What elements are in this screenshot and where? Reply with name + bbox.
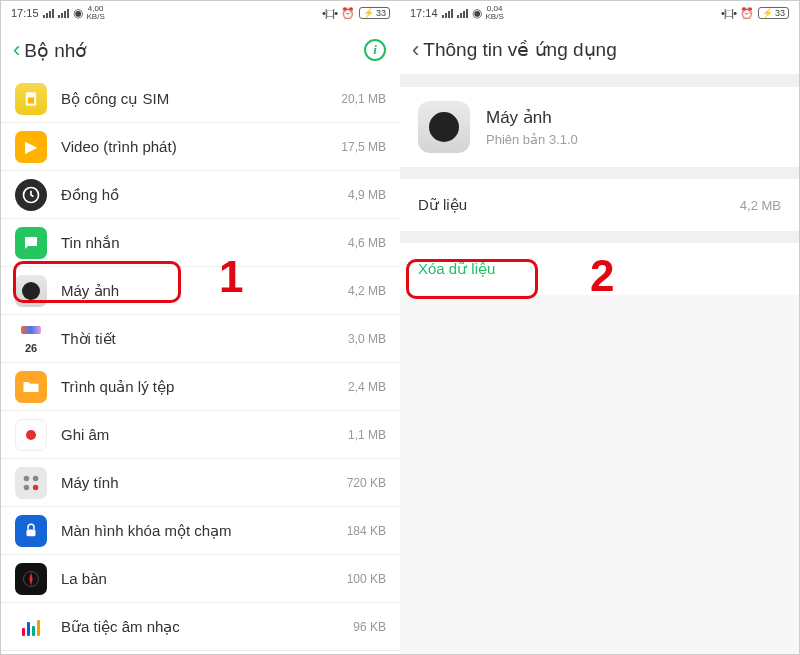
- svg-point-5: [24, 484, 30, 490]
- app-row-clock[interactable]: Đồng hồ4,9 MB: [1, 171, 400, 219]
- camera-icon: [15, 275, 47, 307]
- app-row-sim[interactable]: Bộ công cụ SIM20,1 MB: [1, 75, 400, 123]
- signal-icon: [442, 8, 453, 18]
- svg-rect-7: [27, 529, 36, 536]
- app-row-video[interactable]: ▶Video (trình phát)17,5 MB: [1, 123, 400, 171]
- music-icon: [15, 611, 47, 643]
- calc-icon: [15, 467, 47, 499]
- alarm-icon: ⏰: [341, 7, 355, 20]
- app-row-lock[interactable]: Màn hình khóa một chạm184 KB: [1, 507, 400, 555]
- battery-indicator: ⚡33: [758, 7, 789, 19]
- app-name: Ghi âm: [61, 426, 348, 443]
- app-row-music[interactable]: Bữa tiệc âm nhạc96 KB: [1, 603, 400, 651]
- app-size: 1,1 MB: [348, 428, 386, 442]
- annotation-step-1: 1: [219, 252, 243, 302]
- vibrate-icon: •|□|•: [721, 7, 736, 19]
- status-time: 17:15: [11, 7, 39, 19]
- app-name: Tin nhắn: [61, 234, 348, 252]
- status-bar: 17:14 ◉ 0,04 KB/S •|□|• ⏰ ⚡33: [400, 1, 799, 25]
- app-size: 2,4 MB: [348, 380, 386, 394]
- wifi-icon: ◉: [472, 6, 482, 20]
- app-size: 17,5 MB: [341, 140, 386, 154]
- back-icon[interactable]: ‹: [412, 37, 419, 63]
- app-size: 720 KB: [347, 476, 386, 490]
- app-size: 4,6 MB: [348, 236, 386, 250]
- app-name: Thời tiết: [61, 330, 348, 348]
- info-icon[interactable]: i: [364, 39, 386, 61]
- svg-point-6: [33, 484, 39, 490]
- app-size: 20,1 MB: [341, 92, 386, 106]
- sim-icon: [15, 83, 47, 115]
- page-title: Thông tin về ứng dụng: [423, 38, 616, 61]
- msg-icon: [15, 227, 47, 259]
- app-name: Bộ công cụ SIM: [61, 90, 341, 108]
- net-speed: 4,00 KB/S: [87, 5, 105, 21]
- app-name: Trình quản lý tệp: [61, 378, 348, 396]
- app-size: 184 KB: [347, 524, 386, 538]
- app-row-rec[interactable]: Ghi âm1,1 MB: [1, 411, 400, 459]
- status-time: 17:14: [410, 7, 438, 19]
- lock-icon: [15, 515, 47, 547]
- app-size: 3,0 MB: [348, 332, 386, 346]
- app-row-camera[interactable]: Máy ảnh4,2 MB: [1, 267, 400, 315]
- app-size: 4,2 MB: [348, 284, 386, 298]
- app-name: Màn hình khóa một chạm: [61, 522, 347, 540]
- data-label: Dữ liệu: [418, 196, 467, 214]
- svg-point-3: [24, 475, 30, 481]
- clear-data-label: Xóa dữ liệu: [418, 260, 495, 278]
- status-bar: 17:15 ◉ 4,00 KB/S •|□|• ⏰ ⚡33: [1, 1, 400, 25]
- compass-icon: [15, 563, 47, 595]
- app-name: Máy ảnh: [61, 282, 348, 300]
- app-info-name: Máy ảnh: [486, 107, 578, 128]
- annotation-step-2: 2: [590, 251, 614, 301]
- app-name: La bàn: [61, 570, 347, 587]
- folder-icon: [15, 371, 47, 403]
- svg-rect-1: [28, 97, 34, 103]
- app-size: 100 KB: [347, 572, 386, 586]
- app-size: 96 KB: [353, 620, 386, 634]
- phone-right-appinfo: 17:14 ◉ 0,04 KB/S •|□|• ⏰ ⚡33 ‹ Thông ti…: [400, 1, 799, 654]
- app-row-weather[interactable]: 26Thời tiết3,0 MB: [1, 315, 400, 363]
- weather-icon: 26: [15, 323, 47, 355]
- app-row-compass[interactable]: La bàn100 KB: [1, 555, 400, 603]
- section-gap: [400, 75, 799, 87]
- section-gap: [400, 231, 799, 243]
- data-value: 4,2 MB: [740, 198, 781, 213]
- back-icon[interactable]: ‹: [13, 37, 20, 63]
- svg-point-4: [33, 475, 39, 481]
- page-header: ‹ Bộ nhớ i: [1, 25, 400, 75]
- battery-indicator: ⚡33: [359, 7, 390, 19]
- video-icon: ▶: [15, 131, 47, 163]
- phone-left-storage: 17:15 ◉ 4,00 KB/S •|□|• ⏰ ⚡33 ‹ Bộ nhớ i…: [1, 1, 400, 654]
- app-list[interactable]: Bộ công cụ SIM20,1 MB▶Video (trình phát)…: [1, 75, 400, 654]
- signal-icon-2: [457, 8, 468, 18]
- app-size: 4,9 MB: [348, 188, 386, 202]
- app-row-msg[interactable]: Tin nhắn4,6 MB: [1, 219, 400, 267]
- clock-icon: [15, 179, 47, 211]
- data-usage-row[interactable]: Dữ liệu 4,2 MB: [400, 179, 799, 231]
- app-row-folder[interactable]: Trình quản lý tệp2,4 MB: [1, 363, 400, 411]
- app-info-version: Phiên bản 3.1.0: [486, 132, 578, 147]
- camera-icon: [418, 101, 470, 153]
- page-title: Bộ nhớ: [24, 39, 87, 62]
- app-name: Máy tính: [61, 474, 347, 491]
- rec-icon: [15, 419, 47, 451]
- app-name: Video (trình phát): [61, 138, 341, 155]
- section-gap: [400, 167, 799, 179]
- alarm-icon: ⏰: [740, 7, 754, 20]
- app-row-calc[interactable]: Máy tính720 KB: [1, 459, 400, 507]
- wifi-icon: ◉: [73, 6, 83, 20]
- page-header: ‹ Thông tin về ứng dụng: [400, 25, 799, 75]
- signal-icon-2: [58, 8, 69, 18]
- vibrate-icon: •|□|•: [322, 7, 337, 19]
- net-speed: 0,04 KB/S: [486, 5, 504, 21]
- app-info-card: Máy ảnh Phiên bản 3.1.0: [400, 87, 799, 167]
- app-name: Bữa tiệc âm nhạc: [61, 618, 353, 636]
- app-name: Đồng hồ: [61, 186, 348, 204]
- signal-icon: [43, 8, 54, 18]
